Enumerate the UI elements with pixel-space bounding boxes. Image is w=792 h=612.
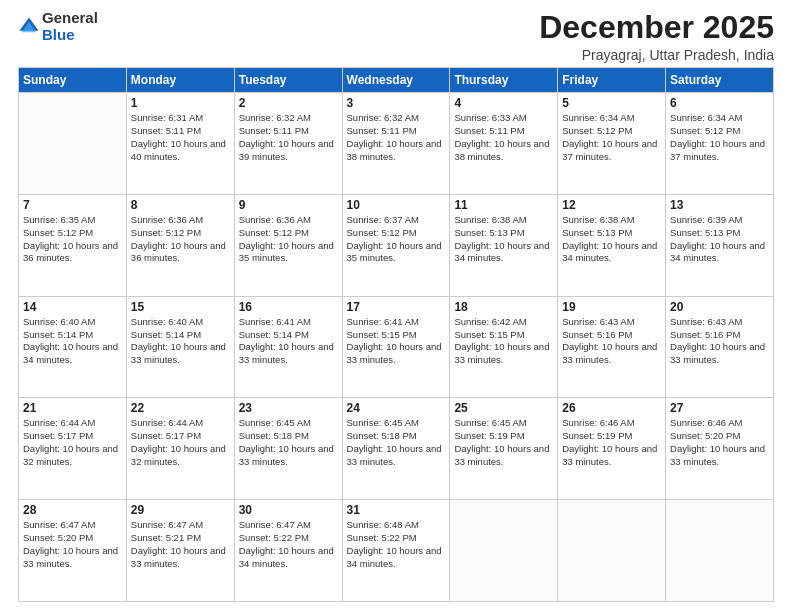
- day-cell: 15Sunrise: 6:40 AMSunset: 5:14 PMDayligh…: [126, 296, 234, 398]
- day-info: Sunrise: 6:40 AMSunset: 5:14 PMDaylight:…: [23, 316, 122, 367]
- day-cell: 13Sunrise: 6:39 AMSunset: 5:13 PMDayligh…: [666, 194, 774, 296]
- day-number: 9: [239, 198, 338, 212]
- day-cell: [666, 500, 774, 602]
- day-cell: 31Sunrise: 6:48 AMSunset: 5:22 PMDayligh…: [342, 500, 450, 602]
- day-cell: 28Sunrise: 6:47 AMSunset: 5:20 PMDayligh…: [19, 500, 127, 602]
- weekday-saturday: Saturday: [666, 68, 774, 93]
- day-number: 17: [347, 300, 446, 314]
- day-cell: 22Sunrise: 6:44 AMSunset: 5:17 PMDayligh…: [126, 398, 234, 500]
- day-number: 21: [23, 401, 122, 415]
- title-section: December 2025 Prayagraj, Uttar Pradesh, …: [539, 10, 774, 63]
- page: General Blue December 2025 Prayagraj, Ut…: [0, 0, 792, 612]
- day-cell: 6Sunrise: 6:34 AMSunset: 5:12 PMDaylight…: [666, 93, 774, 195]
- day-info: Sunrise: 6:34 AMSunset: 5:12 PMDaylight:…: [670, 112, 769, 163]
- location: Prayagraj, Uttar Pradesh, India: [539, 47, 774, 63]
- day-cell: [450, 500, 558, 602]
- day-number: 8: [131, 198, 230, 212]
- day-info: Sunrise: 6:40 AMSunset: 5:14 PMDaylight:…: [131, 316, 230, 367]
- day-info: Sunrise: 6:47 AMSunset: 5:22 PMDaylight:…: [239, 519, 338, 570]
- day-cell: 4Sunrise: 6:33 AMSunset: 5:11 PMDaylight…: [450, 93, 558, 195]
- day-number: 10: [347, 198, 446, 212]
- day-cell: 19Sunrise: 6:43 AMSunset: 5:16 PMDayligh…: [558, 296, 666, 398]
- day-number: 28: [23, 503, 122, 517]
- day-info: Sunrise: 6:38 AMSunset: 5:13 PMDaylight:…: [562, 214, 661, 265]
- week-row-1: 7Sunrise: 6:35 AMSunset: 5:12 PMDaylight…: [19, 194, 774, 296]
- weekday-friday: Friday: [558, 68, 666, 93]
- day-cell: 26Sunrise: 6:46 AMSunset: 5:19 PMDayligh…: [558, 398, 666, 500]
- day-number: 29: [131, 503, 230, 517]
- day-info: Sunrise: 6:45 AMSunset: 5:18 PMDaylight:…: [239, 417, 338, 468]
- day-info: Sunrise: 6:46 AMSunset: 5:19 PMDaylight:…: [562, 417, 661, 468]
- weekday-tuesday: Tuesday: [234, 68, 342, 93]
- day-info: Sunrise: 6:35 AMSunset: 5:12 PMDaylight:…: [23, 214, 122, 265]
- day-cell: 10Sunrise: 6:37 AMSunset: 5:12 PMDayligh…: [342, 194, 450, 296]
- day-number: 31: [347, 503, 446, 517]
- day-cell: 8Sunrise: 6:36 AMSunset: 5:12 PMDaylight…: [126, 194, 234, 296]
- logo-icon: [18, 16, 40, 38]
- day-number: 7: [23, 198, 122, 212]
- day-cell: 5Sunrise: 6:34 AMSunset: 5:12 PMDaylight…: [558, 93, 666, 195]
- day-info: Sunrise: 6:42 AMSunset: 5:15 PMDaylight:…: [454, 316, 553, 367]
- day-cell: 20Sunrise: 6:43 AMSunset: 5:16 PMDayligh…: [666, 296, 774, 398]
- day-info: Sunrise: 6:31 AMSunset: 5:11 PMDaylight:…: [131, 112, 230, 163]
- day-number: 22: [131, 401, 230, 415]
- day-info: Sunrise: 6:32 AMSunset: 5:11 PMDaylight:…: [239, 112, 338, 163]
- day-info: Sunrise: 6:36 AMSunset: 5:12 PMDaylight:…: [239, 214, 338, 265]
- day-info: Sunrise: 6:45 AMSunset: 5:18 PMDaylight:…: [347, 417, 446, 468]
- day-cell: 25Sunrise: 6:45 AMSunset: 5:19 PMDayligh…: [450, 398, 558, 500]
- day-cell: 11Sunrise: 6:38 AMSunset: 5:13 PMDayligh…: [450, 194, 558, 296]
- day-cell: 7Sunrise: 6:35 AMSunset: 5:12 PMDaylight…: [19, 194, 127, 296]
- day-number: 14: [23, 300, 122, 314]
- day-number: 23: [239, 401, 338, 415]
- logo-general-text: General: [42, 9, 98, 26]
- day-number: 6: [670, 96, 769, 110]
- day-number: 1: [131, 96, 230, 110]
- day-info: Sunrise: 6:36 AMSunset: 5:12 PMDaylight:…: [131, 214, 230, 265]
- day-info: Sunrise: 6:39 AMSunset: 5:13 PMDaylight:…: [670, 214, 769, 265]
- day-cell: 30Sunrise: 6:47 AMSunset: 5:22 PMDayligh…: [234, 500, 342, 602]
- day-cell: 9Sunrise: 6:36 AMSunset: 5:12 PMDaylight…: [234, 194, 342, 296]
- day-cell: 1Sunrise: 6:31 AMSunset: 5:11 PMDaylight…: [126, 93, 234, 195]
- calendar-header: SundayMondayTuesdayWednesdayThursdayFrid…: [19, 68, 774, 93]
- day-info: Sunrise: 6:44 AMSunset: 5:17 PMDaylight:…: [131, 417, 230, 468]
- day-info: Sunrise: 6:34 AMSunset: 5:12 PMDaylight:…: [562, 112, 661, 163]
- day-number: 26: [562, 401, 661, 415]
- day-number: 24: [347, 401, 446, 415]
- logo: General Blue: [18, 10, 98, 43]
- day-info: Sunrise: 6:46 AMSunset: 5:20 PMDaylight:…: [670, 417, 769, 468]
- logo-text: General Blue: [42, 10, 98, 43]
- header: General Blue December 2025 Prayagraj, Ut…: [18, 10, 774, 63]
- day-info: Sunrise: 6:41 AMSunset: 5:14 PMDaylight:…: [239, 316, 338, 367]
- weekday-monday: Monday: [126, 68, 234, 93]
- day-cell: 21Sunrise: 6:44 AMSunset: 5:17 PMDayligh…: [19, 398, 127, 500]
- calendar-body: 1Sunrise: 6:31 AMSunset: 5:11 PMDaylight…: [19, 93, 774, 602]
- day-cell: 24Sunrise: 6:45 AMSunset: 5:18 PMDayligh…: [342, 398, 450, 500]
- day-info: Sunrise: 6:32 AMSunset: 5:11 PMDaylight:…: [347, 112, 446, 163]
- calendar-table: SundayMondayTuesdayWednesdayThursdayFrid…: [18, 67, 774, 602]
- day-cell: [558, 500, 666, 602]
- week-row-3: 21Sunrise: 6:44 AMSunset: 5:17 PMDayligh…: [19, 398, 774, 500]
- logo-blue-text: Blue: [42, 26, 75, 43]
- weekday-thursday: Thursday: [450, 68, 558, 93]
- day-cell: 12Sunrise: 6:38 AMSunset: 5:13 PMDayligh…: [558, 194, 666, 296]
- day-cell: 17Sunrise: 6:41 AMSunset: 5:15 PMDayligh…: [342, 296, 450, 398]
- day-info: Sunrise: 6:44 AMSunset: 5:17 PMDaylight:…: [23, 417, 122, 468]
- day-number: 15: [131, 300, 230, 314]
- day-number: 30: [239, 503, 338, 517]
- day-cell: 23Sunrise: 6:45 AMSunset: 5:18 PMDayligh…: [234, 398, 342, 500]
- day-number: 12: [562, 198, 661, 212]
- day-info: Sunrise: 6:38 AMSunset: 5:13 PMDaylight:…: [454, 214, 553, 265]
- day-info: Sunrise: 6:47 AMSunset: 5:21 PMDaylight:…: [131, 519, 230, 570]
- day-number: 13: [670, 198, 769, 212]
- weekday-wednesday: Wednesday: [342, 68, 450, 93]
- day-number: 18: [454, 300, 553, 314]
- day-number: 16: [239, 300, 338, 314]
- day-cell: [19, 93, 127, 195]
- weekday-sunday: Sunday: [19, 68, 127, 93]
- week-row-2: 14Sunrise: 6:40 AMSunset: 5:14 PMDayligh…: [19, 296, 774, 398]
- day-cell: 27Sunrise: 6:46 AMSunset: 5:20 PMDayligh…: [666, 398, 774, 500]
- day-number: 19: [562, 300, 661, 314]
- day-info: Sunrise: 6:41 AMSunset: 5:15 PMDaylight:…: [347, 316, 446, 367]
- week-row-4: 28Sunrise: 6:47 AMSunset: 5:20 PMDayligh…: [19, 500, 774, 602]
- weekday-header-row: SundayMondayTuesdayWednesdayThursdayFrid…: [19, 68, 774, 93]
